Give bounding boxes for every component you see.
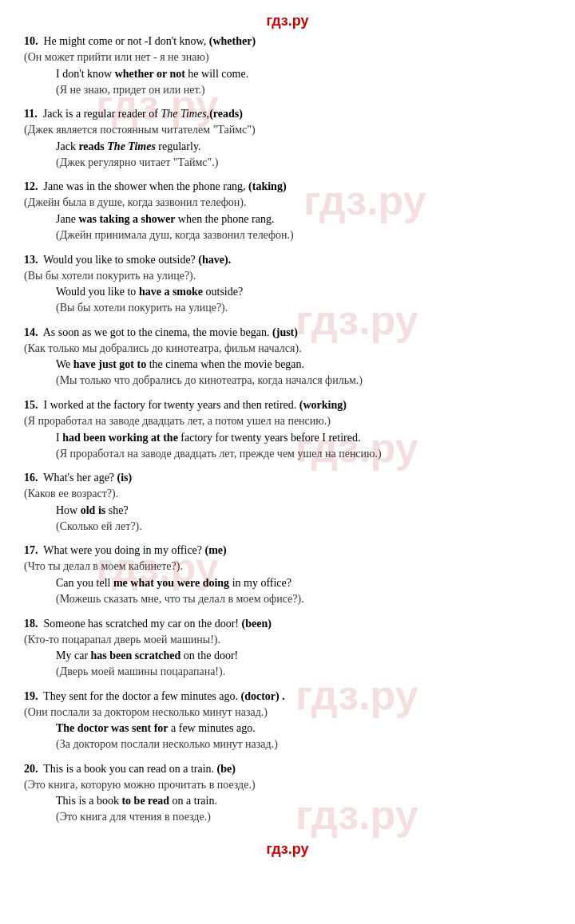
item-11-question: 11. Jack is a regular reader of The Time… bbox=[24, 105, 551, 122]
item-17-answer-translation: (Можешь сказать мне, что ты делал в моем… bbox=[56, 591, 551, 607]
item-13-translation: (Вы бы хотели покурить на улице?). bbox=[24, 268, 551, 284]
item-13-answer: Would you like to have a smoke outside? bbox=[56, 283, 551, 300]
item-20-answer: This is a book to be read on a train. bbox=[56, 792, 551, 809]
item-17-question: 17. What were you doing in my office? (m… bbox=[24, 542, 551, 559]
item-12-answer-translation: (Джейн принимала душ, когда зазвонил тел… bbox=[56, 227, 551, 243]
item-14-answer: We have just got to the cinema when the … bbox=[56, 356, 551, 373]
item-20-answer-translation: (Это книга для чтения в поезде.) bbox=[56, 809, 551, 825]
item-19-translation: (Они послали за доктором несколько минут… bbox=[24, 705, 551, 721]
item-14-question: 14. As soon as we got to the cinema, the… bbox=[24, 324, 551, 341]
item-14-translation: (Как только мы добрались до кинотеатра, … bbox=[24, 341, 551, 357]
item-12-answer: Jane was taking a shower when the phone … bbox=[56, 211, 551, 227]
item-11-answer: Jack reads The Times regularly. bbox=[56, 138, 551, 155]
item-18-answer-translation: (Дверь моей машины поцарапана!). bbox=[56, 664, 551, 680]
item-20-translation: (Это книга, которую можно прочитать в по… bbox=[24, 777, 551, 793]
site-header: гдз.ру bbox=[0, 8, 575, 33]
item-15-answer-translation: (Я проработал на заводе двадцать лет, пр… bbox=[56, 446, 551, 462]
header-watermark: гдз.ру bbox=[0, 8, 575, 33]
item-10-answer: I don't know whether or not he will come… bbox=[56, 65, 551, 82]
item-13-question: 13. Would you like to smoke outside? (ha… bbox=[24, 251, 551, 268]
item-16-answer: How old is she? bbox=[56, 502, 551, 519]
item-13-answer-translation: (Вы бы хотели покурить на улице?). bbox=[56, 300, 551, 316]
item-12-question: 12. Jane was in the shower when the phon… bbox=[24, 178, 551, 195]
item-19-answer-translation: (За доктором послали несколько минут наз… bbox=[56, 736, 551, 752]
item-14-answer-translation: (Мы только что добрались до кинотеатра, … bbox=[56, 373, 551, 389]
footer-watermark: гдз.ру bbox=[0, 833, 575, 863]
main-content: гдз.ру гдз.ру гдз.ру гдз.ру гдз.ру гдз.р… bbox=[0, 33, 575, 825]
item-19-question: 19. They sent for the doctor a few minut… bbox=[24, 688, 551, 705]
item-17-translation: (Что ты делал в моем кабинете?). bbox=[24, 559, 551, 575]
item-20: 20. This is a book you can read on a tra… bbox=[24, 760, 551, 825]
item-20-question: 20. This is a book you can read on a tra… bbox=[24, 760, 551, 777]
item-12-translation: (Джейн была в душе, когда зазвонил телеф… bbox=[24, 195, 551, 211]
item-10-translation: (Он может прийти или нет - я не знаю) bbox=[24, 49, 551, 65]
item-16-translation: (Каков ее возраст?). bbox=[24, 486, 551, 502]
item-11-answer-translation: (Джек регулярно читает "Таймс".) bbox=[56, 155, 551, 171]
item-17: 17. What were you doing in my office? (m… bbox=[24, 542, 551, 606]
item-18-translation: (Кто-то поцарапал дверь моей машины!). bbox=[24, 632, 551, 648]
item-15-answer: I had been working at the factory for tw… bbox=[56, 429, 551, 446]
item-10-answer-translation: (Я не знаю, придет он или нет.) bbox=[56, 82, 551, 98]
item-15-question: 15. I worked at the factory for twenty y… bbox=[24, 397, 551, 413]
item-12: 12. Jane was in the shower when the phon… bbox=[24, 178, 551, 243]
item-17-answer: Can you tell me what you were doing in m… bbox=[56, 575, 551, 591]
item-19-answer: The doctor was sent for a few minutes ag… bbox=[56, 720, 551, 736]
item-18-question: 18. Someone has scratched my car on the … bbox=[24, 615, 551, 632]
item-16-question: 16. What's her age? (is) bbox=[24, 469, 551, 486]
item-14: 14. As soon as we got to the cinema, the… bbox=[24, 324, 551, 389]
item-18-answer: My car has been scratched on the door! bbox=[56, 647, 551, 664]
item-10: 10. He might come or not -I don't know, … bbox=[24, 33, 551, 97]
item-11: 11. Jack is a regular reader of The Time… bbox=[24, 105, 551, 170]
item-15: 15. I worked at the factory for twenty y… bbox=[24, 397, 551, 461]
item-16: 16. What's her age? (is) (Каков ее возра… bbox=[24, 469, 551, 534]
item-11-translation: (Джек является постоянным читателем "Тай… bbox=[24, 122, 551, 138]
item-18: 18. Someone has scratched my car on the … bbox=[24, 615, 551, 680]
item-19: 19. They sent for the doctor a few minut… bbox=[24, 688, 551, 752]
item-13: 13. Would you like to smoke outside? (ha… bbox=[24, 251, 551, 316]
item-16-answer-translation: (Сколько ей лет?). bbox=[56, 519, 551, 535]
item-10-question: 10. He might come or not -I don't know, … bbox=[24, 33, 551, 49]
item-15-translation: (Я проработал на заводе двадцать лет, а … bbox=[24, 413, 551, 429]
